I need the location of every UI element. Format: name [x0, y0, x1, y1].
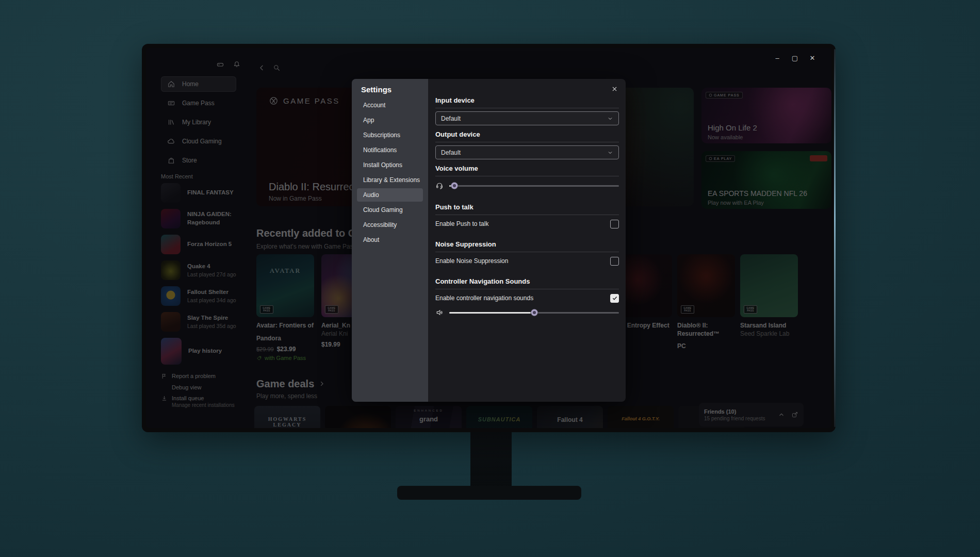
- monitor: Home Game Pass My Library Cloud Gam: [142, 44, 836, 432]
- settings-nav-app[interactable]: App: [357, 113, 423, 127]
- settings-nav: Settings Account App Subscriptions Notif…: [352, 79, 428, 402]
- section-controller-navigation-sounds: Controller Navigation Sounds Enable cont…: [435, 277, 619, 317]
- input-device-select[interactable]: Default: [435, 111, 619, 125]
- settings-nav-accessibility[interactable]: Accessibility: [357, 218, 423, 232]
- voice-volume-slider[interactable]: [449, 181, 619, 190]
- controller-sounds-volume-slider[interactable]: [449, 308, 619, 317]
- noise-suppression-checkbox[interactable]: [610, 257, 619, 266]
- settings-nav-library-extensions[interactable]: Library & Extensions: [357, 173, 423, 187]
- speaker-icon: [435, 308, 444, 317]
- close-button[interactable]: ✕: [809, 54, 816, 62]
- minimize-button[interactable]: –: [774, 54, 781, 62]
- chevron-down-icon: [607, 150, 613, 156]
- settings-nav-audio[interactable]: Audio: [357, 188, 423, 202]
- settings-nav-account[interactable]: Account: [357, 99, 423, 112]
- settings-nav-install-options[interactable]: Install Options: [357, 158, 423, 172]
- section-voice-volume: Voice volume: [435, 165, 619, 190]
- close-icon[interactable]: [611, 86, 618, 92]
- section-noise-suppression: Noise Suppression Enable Noise Suppressi…: [435, 240, 619, 266]
- section-output-device: Output device Default: [435, 130, 619, 159]
- monitor-stand-base: [397, 486, 581, 500]
- settings-nav-about[interactable]: About: [357, 233, 423, 247]
- section-input-device: Input device Default: [435, 96, 619, 125]
- settings-nav-subscriptions[interactable]: Subscriptions: [357, 128, 423, 142]
- maximize-button[interactable]: ▢: [791, 54, 798, 62]
- settings-nav-notifications[interactable]: Notifications: [357, 143, 423, 157]
- settings-audio-panel: Input device Default Output device Defau…: [428, 79, 626, 402]
- controller-sounds-slider-handle[interactable]: [531, 309, 537, 316]
- section-push-to-talk: Push to talk Enable Push to talk: [435, 203, 619, 229]
- controller-sounds-checkbox[interactable]: [610, 294, 619, 303]
- chevron-down-icon: [607, 116, 613, 122]
- monitor-stand-neck: [470, 431, 512, 488]
- window-controls: – ▢ ✕: [774, 54, 816, 62]
- headset-icon: [435, 182, 444, 190]
- desk-background: Home Game Pass My Library Cloud Gam: [0, 0, 980, 557]
- output-device-select[interactable]: Default: [435, 145, 619, 159]
- push-to-talk-checkbox[interactable]: [610, 220, 619, 228]
- settings-title: Settings: [361, 86, 428, 94]
- settings-nav-cloud-gaming[interactable]: Cloud Gaming: [357, 203, 423, 217]
- settings-dialog: Settings Account App Subscriptions Notif…: [352, 79, 626, 402]
- xbox-app-window: Home Game Pass My Library Cloud Gam: [146, 48, 831, 428]
- voice-volume-slider-handle[interactable]: [451, 183, 458, 189]
